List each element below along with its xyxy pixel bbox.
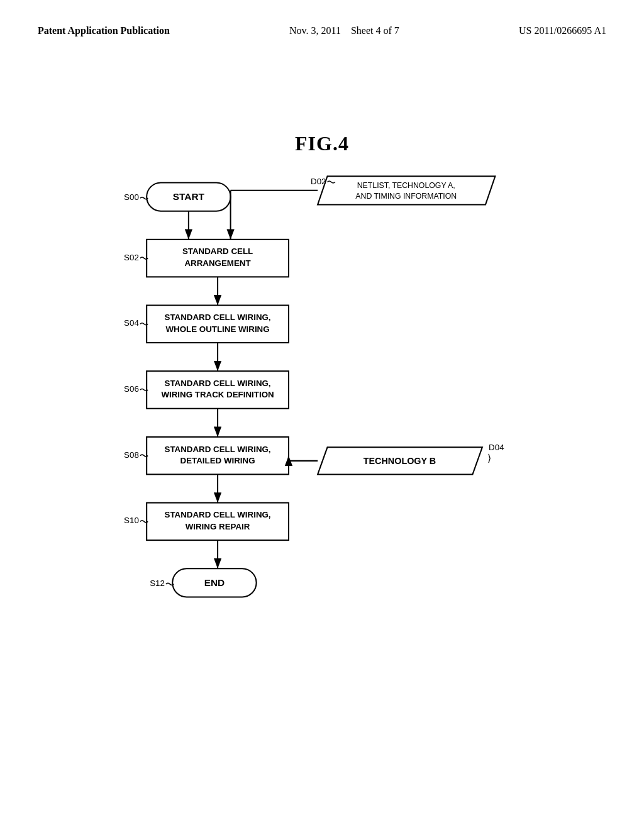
svg-text:S08: S08	[124, 450, 139, 460]
svg-text:ARRANGEMENT: ARRANGEMENT	[184, 258, 250, 268]
svg-text:WHOLE OUTLINE WIRING: WHOLE OUTLINE WIRING	[165, 324, 269, 334]
svg-text:END: END	[204, 577, 225, 588]
svg-text:TECHNOLOGY B: TECHNOLOGY B	[364, 456, 436, 466]
svg-text:DETAILED WIRING: DETAILED WIRING	[180, 456, 255, 465]
svg-text:STANDARD CELL WIRING,: STANDARD CELL WIRING,	[165, 510, 271, 519]
svg-text:S12: S12	[150, 578, 165, 588]
svg-text:S00: S00	[124, 192, 139, 202]
svg-text:S02: S02	[124, 253, 139, 262]
svg-text:STANDARD CELL WIRING,: STANDARD CELL WIRING,	[165, 379, 271, 388]
svg-text:D02: D02	[311, 177, 326, 186]
svg-text:START: START	[173, 191, 205, 202]
svg-text:S04: S04	[124, 318, 139, 328]
svg-text:⟩: ⟩	[487, 452, 491, 463]
flowchart-svg: START S00 NETLIST, TECHNOLOGY A, AND TIM…	[63, 170, 566, 660]
svg-text:WIRING REPAIR: WIRING REPAIR	[186, 522, 250, 531]
svg-text:STANDARD CELL: STANDARD CELL	[182, 246, 253, 256]
date-label: Nov. 3, 2011 Sheet 4 of 7	[289, 25, 399, 36]
svg-text:STANDARD CELL WIRING,: STANDARD CELL WIRING,	[165, 445, 271, 454]
page-header: Patent Application Publication Nov. 3, 2…	[0, 25, 644, 36]
svg-text:D04: D04	[489, 443, 504, 452]
svg-text:WIRING TRACK DEFINITION: WIRING TRACK DEFINITION	[161, 390, 274, 399]
figure-title: FIG.4	[295, 132, 349, 155]
publication-label: Patent Application Publication	[38, 25, 170, 36]
svg-text:STANDARD CELL WIRING,: STANDARD CELL WIRING,	[165, 313, 271, 322]
svg-text:AND TIMING INFORMATION: AND TIMING INFORMATION	[355, 192, 457, 201]
svg-text:S06: S06	[124, 384, 139, 394]
patent-number: US 2011/0266695 A1	[519, 25, 606, 36]
svg-text:S10: S10	[124, 516, 139, 525]
svg-text:NETLIST, TECHNOLOGY A,: NETLIST, TECHNOLOGY A,	[357, 181, 455, 190]
flowchart-container: START S00 NETLIST, TECHNOLOGY A, AND TIM…	[63, 170, 566, 660]
